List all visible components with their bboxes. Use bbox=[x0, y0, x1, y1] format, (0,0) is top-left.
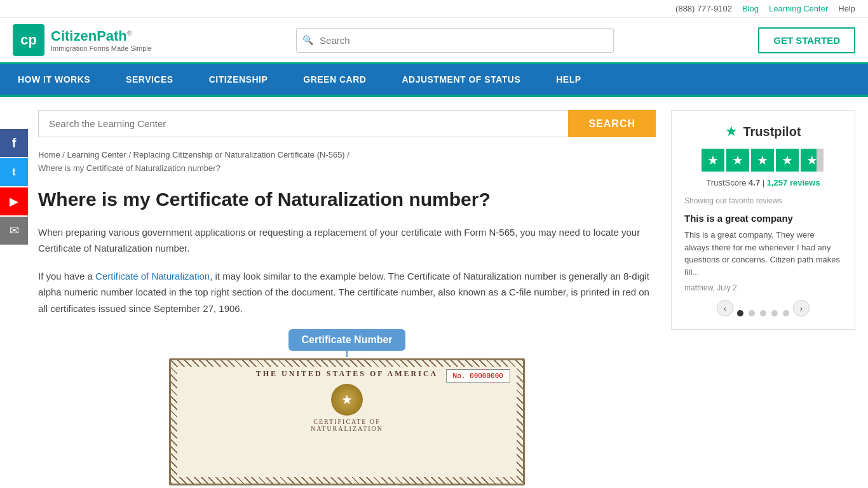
nav-adjustment-of-status[interactable]: ADJUSTMENT OF STATUS bbox=[384, 64, 538, 95]
nav-green-card[interactable]: GREEN CARD bbox=[285, 64, 384, 95]
lc-search-input[interactable] bbox=[38, 110, 568, 137]
learning-center-link[interactable]: Learning Center bbox=[769, 4, 828, 13]
email-icon: ✉ bbox=[10, 224, 19, 238]
trustpilot-score: TrustScore 4.7 | 1,257 reviews bbox=[684, 178, 842, 187]
header-search-input[interactable] bbox=[296, 28, 614, 53]
main-nav: HOW IT WORKS SERVICES CITIZENSHIP GREEN … bbox=[0, 64, 868, 95]
tp-star-2: ★ bbox=[726, 149, 749, 172]
cert-label-text: Certificate Number bbox=[301, 334, 392, 345]
trustpilot-brand: Trustpilot bbox=[743, 125, 801, 139]
help-link[interactable]: Help bbox=[838, 4, 855, 13]
tp-dot-4 bbox=[771, 310, 778, 316]
tp-next-button[interactable]: › bbox=[793, 300, 810, 316]
article-para2-before: If you have a bbox=[38, 271, 95, 281]
brand-name: CitizenPath® bbox=[51, 28, 152, 44]
article-para1: When preparing various government applic… bbox=[38, 224, 656, 257]
nav-citizenship[interactable]: CITIZENSHIP bbox=[191, 64, 286, 95]
tp-star-1: ★ bbox=[702, 149, 724, 172]
article-body: When preparing various government applic… bbox=[38, 224, 656, 317]
tp-dot-2 bbox=[749, 310, 755, 316]
trustpilot-header: ★ Trustpilot bbox=[684, 123, 842, 140]
cert-document: The United States of America ★ Certifica… bbox=[169, 358, 525, 485]
tp-star-3: ★ bbox=[751, 149, 774, 172]
youtube-button[interactable]: ▶ bbox=[0, 187, 28, 215]
cert-label-bubble: Certificate Number bbox=[288, 329, 405, 351]
youtube-icon: ▶ bbox=[10, 194, 18, 208]
reviews-link[interactable]: 1,257 reviews bbox=[767, 178, 820, 187]
logo-initials: cp bbox=[20, 32, 37, 48]
tp-reviewer: matthew, July 2 bbox=[684, 283, 842, 292]
search-wrap: 🔍 bbox=[296, 28, 614, 53]
phone-number: (888) 777-9102 bbox=[675, 4, 732, 13]
tp-dot-1 bbox=[737, 310, 743, 316]
article-para2: If you have a Certificate of Naturalizat… bbox=[38, 268, 656, 317]
cert-doc-title: The United States of America bbox=[256, 369, 438, 379]
social-sidebar: f t ▶ ✉ bbox=[0, 97, 28, 488]
breadcrumb-current: Where is my Certificate of Naturalizatio… bbox=[38, 163, 220, 173]
facebook-icon: f bbox=[12, 136, 17, 151]
logo-area: cp CitizenPath® Immigration Forms Made S… bbox=[13, 24, 152, 56]
right-sidebar: ★ Trustpilot ★ ★ ★ ★ ★ TrustScore 4.7 | … bbox=[671, 110, 855, 485]
tp-prev-button[interactable]: ‹ bbox=[717, 300, 733, 316]
tp-review-title: This is a great company bbox=[684, 213, 842, 224]
content-wrapper: SEARCH Home / Learning Center / Replacin… bbox=[28, 97, 868, 488]
nav-services[interactable]: SERVICES bbox=[108, 64, 191, 95]
tp-star-4: ★ bbox=[776, 149, 799, 172]
twitter-button[interactable]: t bbox=[0, 158, 28, 186]
breadcrumb-learning-center[interactable]: Learning Center bbox=[67, 150, 126, 159]
trustpilot-stars: ★ ★ ★ ★ ★ bbox=[684, 149, 842, 172]
tp-review-text: This is a great company. They were alway… bbox=[684, 229, 842, 278]
tp-star-5-half: ★ bbox=[801, 149, 824, 172]
trustpilot-widget: ★ Trustpilot ★ ★ ★ ★ ★ TrustScore 4.7 | … bbox=[671, 110, 855, 330]
lc-search-button[interactable]: SEARCH bbox=[568, 110, 656, 137]
cert-doc-seal: ★ bbox=[331, 384, 363, 416]
tp-dot-3 bbox=[760, 310, 766, 316]
site-header: cp CitizenPath® Immigration Forms Made S… bbox=[0, 18, 868, 64]
breadcrumb: Home / Learning Center / Replacing Citiz… bbox=[38, 149, 656, 175]
tp-dot-5 bbox=[783, 310, 789, 316]
breadcrumb-parent[interactable]: Replacing Citizenship or Naturalization … bbox=[133, 150, 345, 159]
breadcrumb-home[interactable]: Home bbox=[38, 150, 60, 159]
logo-icon: cp bbox=[13, 24, 44, 56]
cert-number-text: No. 00000000 bbox=[453, 372, 503, 380]
trustpilot-logo-star: ★ bbox=[725, 123, 738, 140]
trustpilot-nav: ‹ › bbox=[684, 300, 842, 316]
brand-tagline: Immigration Forms Made Simple bbox=[51, 44, 152, 52]
nav-how-it-works[interactable]: HOW IT WORKS bbox=[0, 64, 108, 95]
certificate-link[interactable]: Certificate of Naturalization bbox=[95, 271, 210, 281]
blog-link[interactable]: Blog bbox=[742, 4, 759, 13]
top-bar: (888) 777-9102 Blog Learning Center Help bbox=[0, 0, 868, 18]
tp-dots bbox=[737, 310, 789, 316]
cert-doc-subtitle: Certificate of Naturalization bbox=[311, 418, 383, 432]
tp-showing-label: Showing our favorite reviews bbox=[684, 196, 842, 205]
header-search-area: 🔍 bbox=[152, 28, 758, 53]
main-layout: f t ▶ ✉ SEARCH Home / Learning Center / … bbox=[0, 97, 868, 488]
get-started-button[interactable]: GET STARTED bbox=[758, 27, 855, 53]
logo-text: CitizenPath® Immigration Forms Made Simp… bbox=[51, 28, 152, 52]
article-title: Where is my Certificate of Naturalizatio… bbox=[38, 187, 656, 212]
twitter-icon: t bbox=[12, 166, 15, 178]
nav-help[interactable]: HELP bbox=[538, 64, 599, 95]
cert-number-box: No. 00000000 bbox=[446, 369, 510, 383]
search-icon: 🔍 bbox=[302, 35, 313, 45]
facebook-button[interactable]: f bbox=[0, 129, 28, 157]
email-button[interactable]: ✉ bbox=[0, 217, 28, 245]
cert-image-wrap: Certificate Number The United States of … bbox=[38, 329, 656, 485]
learning-center-search: SEARCH bbox=[38, 110, 656, 137]
main-content: SEARCH Home / Learning Center / Replacin… bbox=[38, 110, 656, 485]
